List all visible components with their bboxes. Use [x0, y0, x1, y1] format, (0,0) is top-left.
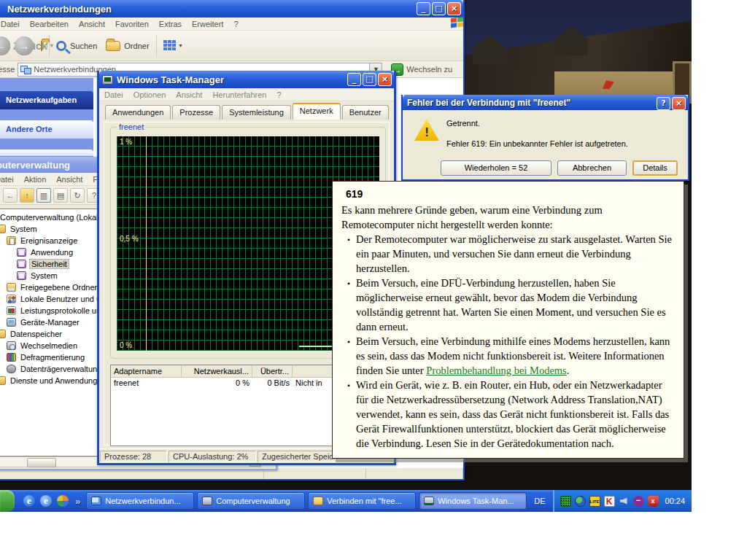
folder-up-icon: [41, 41, 42, 51]
menu-item-herunterfahren[interactable]: Herunterfahren: [207, 90, 271, 99]
menu-item-datei[interactable]: Datei: [99, 90, 128, 99]
system-tools-icon: [0, 225, 6, 233]
modem-troubleshooting-link[interactable]: Problembehandlung bei Modems: [426, 365, 567, 376]
language-indicator[interactable]: DE: [528, 497, 551, 505]
media-player-icon[interactable]: [57, 495, 69, 507]
other-places-section[interactable]: Andere Orte: [0, 120, 93, 139]
tree-item-label: Sicherheit: [29, 259, 69, 269]
network-window-titlebar[interactable]: Netzwerkverbindungen _ □ ×: [0, 0, 463, 18]
back-dropdown-icon[interactable]: ▾: [50, 36, 53, 55]
network-icon: [91, 497, 101, 505]
search-button[interactable]: Suchen: [56, 41, 97, 51]
views-button[interactable]: ▾: [163, 40, 182, 51]
up-button[interactable]: ↑: [20, 188, 34, 203]
search-icon: [56, 41, 66, 51]
popup-bullet: ▪Beim Versuch, eine DFÜ-Verbindung herzu…: [341, 276, 678, 334]
tree-item-label: Lokale Benutzer und G: [19, 295, 104, 303]
scroll-thumb[interactable]: [27, 458, 56, 467]
network-globe-icon[interactable]: [575, 496, 586, 507]
menu-item-optionen[interactable]: Optionen: [128, 90, 171, 99]
ytick-top: 1 %: [120, 138, 132, 146]
tab-prozesse[interactable]: Prozesse: [172, 105, 220, 120]
status-panel: Prozesse: 28: [100, 451, 167, 462]
quick-launch-chevron-icon[interactable]: »: [75, 496, 80, 507]
menu-item-favoriten[interactable]: Favoriten: [110, 20, 154, 28]
tree-item-label: Datenspeicher: [9, 330, 63, 338]
volume-icon[interactable]: [619, 496, 630, 507]
minimize-button[interactable]: _: [417, 2, 430, 15]
up-button[interactable]: ↑: [41, 42, 42, 50]
taskbar-clock[interactable]: 00:24: [665, 497, 686, 505]
back-button[interactable]: ← Zurück ▾: [0, 36, 10, 55]
menu-item-ansicht[interactable]: Ansicht: [74, 20, 110, 28]
menu-item-aktion[interactable]: Aktion: [19, 175, 52, 184]
users-icon: [7, 295, 16, 303]
details-button[interactable]: Details: [632, 160, 678, 176]
show-console-tree-button[interactable]: ▥: [36, 188, 51, 203]
close-button[interactable]: ×: [378, 73, 392, 86]
log-icon: [17, 260, 26, 268]
column-header[interactable]: Netzwerkausl...: [182, 365, 252, 377]
mute-icon[interactable]: −: [633, 496, 644, 507]
taskbar-button-windowstaskman[interactable]: Windows Task-Man...: [419, 492, 527, 510]
tab-netzwerk[interactable]: Netzwerk: [293, 103, 341, 120]
kaspersky-icon[interactable]: K: [604, 496, 615, 507]
maximize-button[interactable]: □: [432, 2, 446, 15]
cancel-button[interactable]: Abbrechen: [557, 160, 627, 176]
minimize-button[interactable]: _: [347, 73, 361, 86]
event-viewer-icon: [7, 236, 16, 245]
menu-item-?[interactable]: ?: [228, 20, 243, 28]
ie2-icon[interactable]: e: [40, 495, 52, 507]
close-button[interactable]: ×: [447, 2, 461, 15]
close-button[interactable]: ×: [672, 97, 686, 110]
menu-item-erweitert[interactable]: Erweitert: [187, 20, 228, 28]
bullet-text: Beim Versuch, eine DFÜ-Verbindung herzus…: [356, 276, 678, 334]
menu-item-ansicht[interactable]: Ansicht: [171, 90, 207, 99]
tree-item-label: Computerverwaltung (Lokal): [0, 213, 102, 222]
start-button[interactable]: [0, 490, 15, 512]
views-icon: [163, 40, 177, 51]
popup-bullet-list: ▪Der Remotecomputer war möglicherweise z…: [341, 232, 678, 451]
taskbar-button-computerverwaltung[interactable]: Computerverwaltung: [197, 492, 305, 510]
services-icon: [0, 376, 6, 385]
tab-benutzer[interactable]: Benutzer: [342, 105, 389, 120]
forward-button[interactable]: →: [15, 36, 34, 55]
taskbar-button-netzwerkverbindun[interactable]: Netzwerkverbindun...: [86, 492, 194, 510]
menu-item-bearbeiten[interactable]: Bearbeiten: [25, 20, 74, 28]
refresh-button[interactable]: ↻: [70, 188, 85, 203]
menu-item-extras[interactable]: Extras: [154, 20, 187, 28]
go-button[interactable]: → Wechseln zu: [391, 63, 452, 76]
back-button[interactable]: ←: [3, 188, 18, 203]
removable-media-icon: [7, 341, 16, 350]
security-shield-icon[interactable]: x: [648, 496, 659, 507]
column-header[interactable]: Übertr...: [252, 365, 293, 377]
system-tray: LITEK−x 00:24: [553, 490, 692, 512]
details-section[interactable]: [0, 149, 93, 156]
taskbar-button-verbindenmitfree[interactable]: Verbinden mit "free...: [308, 492, 416, 510]
maximize-button[interactable]: □: [363, 73, 376, 86]
tree-item-label: System: [29, 271, 59, 280]
task-manager-titlebar[interactable]: Windows Task-Manager _ □ ×: [99, 71, 394, 88]
network-tasks-section[interactable]: Netzwerkaufgaben: [0, 91, 93, 109]
help-button[interactable]: ?: [657, 97, 670, 110]
tree-item-label: Geräte-Manager: [19, 318, 81, 327]
quick-launch: ee»: [15, 495, 85, 507]
tab-anwendungen[interactable]: Anwendungen: [105, 105, 171, 120]
error-details-popup: 619 Es kann mehrere Gründe geben, warum …: [332, 181, 684, 459]
properties-button[interactable]: ▤: [53, 188, 68, 203]
address-label: Adresse: [0, 65, 15, 74]
tab-systemleistung[interactable]: Systemleistung: [222, 105, 291, 120]
retry-button[interactable]: Wiederholen = 52: [441, 160, 551, 176]
lite-icon[interactable]: LITE: [589, 496, 600, 507]
menu-item-?[interactable]: ?: [271, 90, 286, 99]
error-dialog-titlebar[interactable]: Fehler bei der Verbindung mit "freenet" …: [403, 95, 688, 110]
column-header[interactable]: Adaptername: [111, 365, 182, 377]
menu-item-datei[interactable]: Datei: [0, 20, 25, 28]
menu-item-ansicht[interactable]: Ansicht: [51, 175, 88, 184]
taskman-cpu-icon[interactable]: [560, 496, 571, 507]
menu-item-datei[interactable]: Datei: [0, 175, 19, 184]
log-icon: [17, 248, 26, 257]
tree-item-label: Dienste und Anwendungen: [9, 376, 108, 385]
ie-icon[interactable]: e: [23, 495, 35, 507]
folders-button[interactable]: Ordner: [106, 41, 149, 51]
